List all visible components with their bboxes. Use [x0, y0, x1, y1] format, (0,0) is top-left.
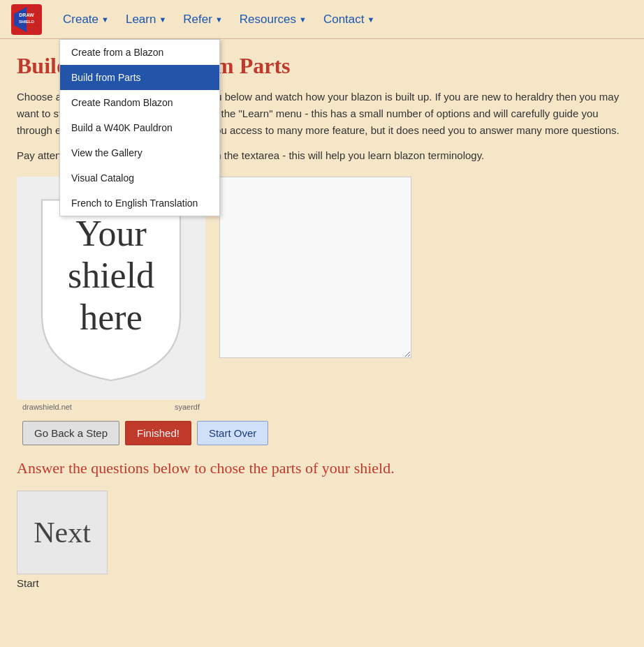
- nav-resources[interactable]: Resources ▼: [233, 7, 314, 32]
- refer-chevron-icon: ▼: [215, 15, 223, 24]
- blazon-textarea[interactable]: [219, 177, 411, 358]
- main-nav: Create ▼ Learn ▼ Refer ▼ Resources ▼ Con…: [56, 7, 381, 32]
- watermark-left: drawshield.net: [22, 403, 72, 411]
- header: DRAW SHIELD Create ▼ Learn ▼ Refer ▼ Res…: [0, 0, 644, 39]
- dropdown-item-build[interactable]: Build from Parts: [60, 65, 219, 90]
- start-over-button[interactable]: Start Over: [197, 421, 268, 445]
- svg-text:DRAW: DRAW: [19, 13, 34, 17]
- create-dropdown: Create from a Blazon Build from Parts Cr…: [59, 39, 220, 216]
- nav-refer[interactable]: Refer ▼: [176, 7, 229, 32]
- svg-text:SHIELD: SHIELD: [19, 20, 35, 24]
- shield-watermarks: drawshield.net syaerdf: [17, 400, 205, 414]
- nav-contact[interactable]: Contact ▼: [316, 7, 381, 32]
- start-label: Start: [17, 577, 39, 589]
- nav-learn[interactable]: Learn ▼: [119, 7, 173, 32]
- dropdown-item-visual-catalog[interactable]: Visual Catalog: [60, 165, 219, 191]
- learn-chevron-icon: ▼: [159, 15, 166, 24]
- answer-heading: Answer the questions below to chose the …: [17, 458, 627, 479]
- resources-chevron-icon: ▼: [299, 15, 307, 24]
- contact-chevron-icon: ▼: [367, 15, 375, 24]
- nav-create[interactable]: Create ▼: [56, 7, 116, 32]
- go-back-button[interactable]: Go Back a Step: [22, 421, 119, 445]
- finished-button[interactable]: Finished!: [125, 421, 191, 445]
- dropdown-item-gallery[interactable]: View the Gallery: [60, 140, 219, 165]
- dropdown-item-french[interactable]: French to English Translation: [60, 191, 219, 216]
- dropdown-item-w40k[interactable]: Build a W40K Pauldron: [60, 115, 219, 140]
- next-label: Next: [34, 516, 91, 549]
- next-card[interactable]: Next: [17, 491, 108, 574]
- action-buttons: Go Back a Step Finished! Start Over: [22, 421, 627, 445]
- dropdown-item-blazon[interactable]: Create from a Blazon: [60, 40, 219, 65]
- drawshield-logo[interactable]: DRAW SHIELD: [11, 4, 42, 35]
- watermark-right: syaerdf: [175, 403, 200, 411]
- shield-shape-svg: [34, 187, 188, 389]
- dropdown-item-random[interactable]: Create Random Blazon: [60, 90, 219, 115]
- create-chevron-icon: ▼: [101, 15, 109, 24]
